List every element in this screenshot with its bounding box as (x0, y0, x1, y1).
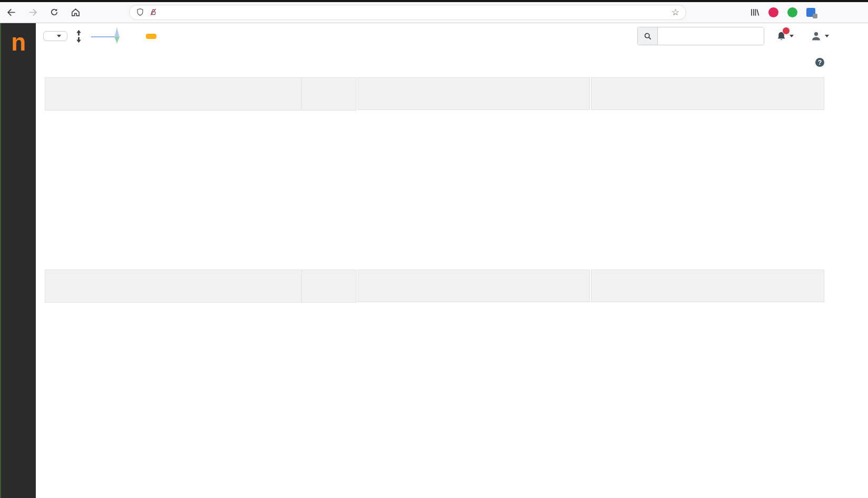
traffic-sparkline (90, 26, 124, 46)
tracking-shield-icon[interactable] (136, 8, 144, 16)
browser-chrome: ☆ (0, 0, 868, 23)
chart-title (358, 270, 590, 302)
panel-top-local-talkers (45, 77, 357, 268)
ghostery-extension-icon[interactable] (787, 7, 797, 17)
browser-reload-icon[interactable] (50, 7, 59, 17)
help-icon[interactable]: ? (815, 58, 824, 67)
library-icon[interactable] (749, 7, 760, 17)
table-title (45, 78, 302, 111)
translate-extension-icon[interactable] (806, 8, 815, 17)
window-top-strip (0, 0, 868, 2)
table-value-header (302, 78, 357, 111)
table-value-header (302, 270, 357, 303)
search-box (637, 27, 764, 45)
browser-forward-icon[interactable] (28, 7, 38, 17)
interface-selector[interactable] (43, 31, 67, 41)
ntop-logo[interactable]: n (1, 23, 36, 61)
license-badge[interactable] (146, 34, 156, 39)
search-input[interactable] (658, 27, 764, 45)
top-navbar (36, 23, 868, 49)
panel-interfaces-last-day (591, 270, 824, 461)
panel-interfaces-realtime (591, 77, 824, 268)
search-icon[interactable] (638, 27, 658, 45)
bookmark-star-icon[interactable]: ☆ (672, 7, 679, 18)
chevron-down-icon (790, 35, 794, 37)
adblock-extension-icon[interactable] (768, 7, 778, 17)
browser-home-icon[interactable] (71, 7, 81, 17)
chart-title (591, 77, 824, 110)
user-menu[interactable] (811, 31, 829, 42)
chart-title (591, 270, 824, 302)
notifications-menu[interactable] (776, 31, 794, 42)
chart-interfaces-last-day (591, 302, 824, 461)
panel-app-traffic-last-day (358, 270, 590, 461)
browser-back-icon[interactable] (6, 7, 16, 17)
chevron-down-icon (57, 35, 61, 37)
updown-arrows-icon (75, 29, 83, 44)
dashboard-grid (45, 77, 824, 461)
sidebar: n (0, 23, 36, 498)
chevron-down-icon (825, 35, 829, 37)
insecure-lock-icon[interactable] (149, 8, 157, 16)
chart-app-traffic-last-day (358, 302, 590, 461)
chart-title (358, 77, 590, 110)
panel-top-remote-destinations (45, 270, 357, 461)
url-bar[interactable]: ☆ (129, 5, 686, 20)
table-title (45, 270, 302, 303)
notifications-count-badge (782, 27, 790, 35)
chart-interfaces-realtime (591, 110, 824, 268)
chart-realtime-app-traffic (358, 110, 590, 268)
panel-realtime-app-traffic (358, 77, 590, 268)
